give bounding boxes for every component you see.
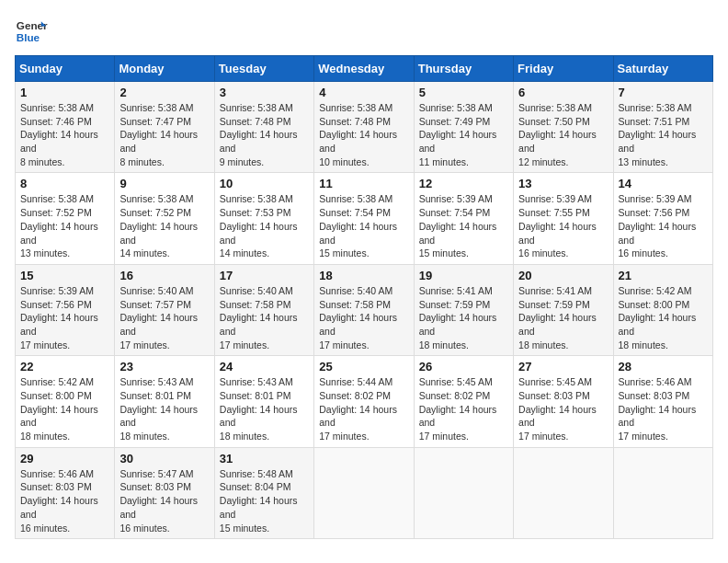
calendar-header-row: SundayMondayTuesdayWednesdayThursdayFrid… bbox=[16, 56, 713, 82]
day-number: 21 bbox=[619, 269, 708, 282]
day-number: 20 bbox=[518, 269, 608, 282]
day-number: 29 bbox=[20, 452, 109, 465]
logo-icon: General Blue bbox=[15, 15, 48, 48]
day-info: Sunrise: 5:38 AMSunset: 7:48 PMDaylight:… bbox=[319, 101, 408, 168]
calendar-cell: 14Sunrise: 5:39 AMSunset: 7:56 PMDayligh… bbox=[613, 173, 712, 264]
calendar-cell: 15Sunrise: 5:39 AMSunset: 7:56 PMDayligh… bbox=[16, 264, 115, 355]
calendar-cell: 11Sunrise: 5:38 AMSunset: 7:54 PMDayligh… bbox=[314, 173, 414, 264]
weekday-header: Saturday bbox=[613, 56, 712, 82]
day-info: Sunrise: 5:46 AMSunset: 8:03 PMDaylight:… bbox=[619, 375, 708, 442]
calendar-cell bbox=[613, 447, 712, 538]
day-number: 8 bbox=[20, 177, 109, 190]
calendar-cell: 23Sunrise: 5:43 AMSunset: 8:01 PMDayligh… bbox=[115, 356, 214, 447]
calendar-cell bbox=[414, 447, 513, 538]
day-number: 14 bbox=[619, 177, 708, 190]
day-info: Sunrise: 5:45 AMSunset: 8:02 PMDaylight:… bbox=[419, 375, 508, 442]
day-info: Sunrise: 5:38 AMSunset: 7:51 PMDaylight:… bbox=[619, 101, 708, 168]
day-number: 4 bbox=[319, 86, 408, 99]
day-number: 17 bbox=[220, 269, 309, 282]
day-info: Sunrise: 5:43 AMSunset: 8:01 PMDaylight:… bbox=[119, 375, 209, 442]
day-info: Sunrise: 5:38 AMSunset: 7:53 PMDaylight:… bbox=[220, 192, 309, 259]
day-number: 1 bbox=[20, 86, 109, 99]
calendar-cell: 4Sunrise: 5:38 AMSunset: 7:48 PMDaylight… bbox=[314, 82, 414, 173]
day-number: 3 bbox=[220, 86, 309, 99]
day-number: 19 bbox=[419, 269, 508, 282]
calendar-cell: 27Sunrise: 5:45 AMSunset: 8:03 PMDayligh… bbox=[514, 356, 613, 447]
weekday-header: Sunday bbox=[16, 56, 115, 82]
calendar-cell: 24Sunrise: 5:43 AMSunset: 8:01 PMDayligh… bbox=[214, 356, 313, 447]
day-info: Sunrise: 5:38 AMSunset: 7:49 PMDaylight:… bbox=[419, 101, 508, 168]
calendar-cell: 18Sunrise: 5:40 AMSunset: 7:58 PMDayligh… bbox=[314, 264, 414, 355]
day-number: 10 bbox=[220, 177, 309, 190]
calendar-week-row: 1Sunrise: 5:38 AMSunset: 7:46 PMDaylight… bbox=[16, 82, 713, 173]
day-info: Sunrise: 5:38 AMSunset: 7:50 PMDaylight:… bbox=[518, 101, 608, 168]
calendar-cell: 10Sunrise: 5:38 AMSunset: 7:53 PMDayligh… bbox=[214, 173, 313, 264]
calendar-cell: 29Sunrise: 5:46 AMSunset: 8:03 PMDayligh… bbox=[16, 447, 115, 538]
calendar-cell bbox=[514, 447, 613, 538]
weekday-header: Wednesday bbox=[314, 56, 414, 82]
calendar-cell bbox=[314, 447, 414, 538]
calendar-week-row: 29Sunrise: 5:46 AMSunset: 8:03 PMDayligh… bbox=[16, 447, 713, 538]
day-info: Sunrise: 5:38 AMSunset: 7:48 PMDaylight:… bbox=[220, 101, 309, 168]
day-info: Sunrise: 5:44 AMSunset: 8:02 PMDaylight:… bbox=[319, 375, 408, 442]
day-info: Sunrise: 5:39 AMSunset: 7:56 PMDaylight:… bbox=[619, 192, 708, 259]
day-number: 28 bbox=[619, 360, 708, 373]
day-number: 6 bbox=[518, 86, 608, 99]
calendar-cell: 9Sunrise: 5:38 AMSunset: 7:52 PMDaylight… bbox=[115, 173, 214, 264]
calendar-cell: 13Sunrise: 5:39 AMSunset: 7:55 PMDayligh… bbox=[514, 173, 613, 264]
day-number: 24 bbox=[220, 360, 309, 373]
day-number: 26 bbox=[419, 360, 508, 373]
svg-text:Blue: Blue bbox=[17, 31, 40, 43]
calendar-cell: 31Sunrise: 5:48 AMSunset: 8:04 PMDayligh… bbox=[214, 447, 313, 538]
day-info: Sunrise: 5:41 AMSunset: 7:59 PMDaylight:… bbox=[419, 284, 508, 351]
day-info: Sunrise: 5:42 AMSunset: 8:00 PMDaylight:… bbox=[619, 284, 708, 351]
calendar-cell: 19Sunrise: 5:41 AMSunset: 7:59 PMDayligh… bbox=[414, 264, 513, 355]
day-info: Sunrise: 5:45 AMSunset: 8:03 PMDaylight:… bbox=[518, 375, 608, 442]
day-number: 2 bbox=[119, 86, 209, 99]
day-info: Sunrise: 5:42 AMSunset: 8:00 PMDaylight:… bbox=[20, 375, 109, 442]
day-info: Sunrise: 5:46 AMSunset: 8:03 PMDaylight:… bbox=[20, 467, 109, 534]
logo: General Blue bbox=[15, 15, 51, 48]
weekday-header: Monday bbox=[115, 56, 214, 82]
day-number: 30 bbox=[119, 452, 209, 465]
day-number: 11 bbox=[319, 177, 408, 190]
day-info: Sunrise: 5:40 AMSunset: 7:57 PMDaylight:… bbox=[119, 284, 209, 351]
day-number: 9 bbox=[119, 177, 209, 190]
day-number: 25 bbox=[319, 360, 408, 373]
weekday-header: Tuesday bbox=[214, 56, 313, 82]
day-number: 18 bbox=[319, 269, 408, 282]
weekday-header: Thursday bbox=[414, 56, 513, 82]
calendar-cell: 16Sunrise: 5:40 AMSunset: 7:57 PMDayligh… bbox=[115, 264, 214, 355]
calendar-cell: 7Sunrise: 5:38 AMSunset: 7:51 PMDaylight… bbox=[613, 82, 712, 173]
day-info: Sunrise: 5:48 AMSunset: 8:04 PMDaylight:… bbox=[220, 467, 309, 534]
calendar-cell: 3Sunrise: 5:38 AMSunset: 7:48 PMDaylight… bbox=[214, 82, 313, 173]
day-info: Sunrise: 5:38 AMSunset: 7:52 PMDaylight:… bbox=[20, 192, 109, 259]
day-number: 15 bbox=[20, 269, 109, 282]
day-info: Sunrise: 5:43 AMSunset: 8:01 PMDaylight:… bbox=[220, 375, 309, 442]
calendar-cell: 25Sunrise: 5:44 AMSunset: 8:02 PMDayligh… bbox=[314, 356, 414, 447]
day-info: Sunrise: 5:39 AMSunset: 7:55 PMDaylight:… bbox=[518, 192, 608, 259]
day-number: 23 bbox=[119, 360, 209, 373]
day-info: Sunrise: 5:41 AMSunset: 7:59 PMDaylight:… bbox=[518, 284, 608, 351]
calendar-cell: 2Sunrise: 5:38 AMSunset: 7:47 PMDaylight… bbox=[115, 82, 214, 173]
calendar-cell: 22Sunrise: 5:42 AMSunset: 8:00 PMDayligh… bbox=[16, 356, 115, 447]
day-number: 13 bbox=[518, 177, 608, 190]
day-info: Sunrise: 5:38 AMSunset: 7:52 PMDaylight:… bbox=[119, 192, 209, 259]
day-info: Sunrise: 5:38 AMSunset: 7:54 PMDaylight:… bbox=[319, 192, 408, 259]
calendar-cell: 6Sunrise: 5:38 AMSunset: 7:50 PMDaylight… bbox=[514, 82, 613, 173]
calendar-cell: 17Sunrise: 5:40 AMSunset: 7:58 PMDayligh… bbox=[214, 264, 313, 355]
day-info: Sunrise: 5:39 AMSunset: 7:54 PMDaylight:… bbox=[419, 192, 508, 259]
calendar-cell: 20Sunrise: 5:41 AMSunset: 7:59 PMDayligh… bbox=[514, 264, 613, 355]
day-number: 5 bbox=[419, 86, 508, 99]
day-number: 12 bbox=[419, 177, 508, 190]
day-info: Sunrise: 5:38 AMSunset: 7:47 PMDaylight:… bbox=[119, 101, 209, 168]
calendar-cell: 1Sunrise: 5:38 AMSunset: 7:46 PMDaylight… bbox=[16, 82, 115, 173]
calendar-week-row: 15Sunrise: 5:39 AMSunset: 7:56 PMDayligh… bbox=[16, 264, 713, 355]
day-info: Sunrise: 5:39 AMSunset: 7:56 PMDaylight:… bbox=[20, 284, 109, 351]
calendar-cell: 8Sunrise: 5:38 AMSunset: 7:52 PMDaylight… bbox=[16, 173, 115, 264]
calendar-cell: 21Sunrise: 5:42 AMSunset: 8:00 PMDayligh… bbox=[613, 264, 712, 355]
calendar-cell: 28Sunrise: 5:46 AMSunset: 8:03 PMDayligh… bbox=[613, 356, 712, 447]
day-info: Sunrise: 5:40 AMSunset: 7:58 PMDaylight:… bbox=[319, 284, 408, 351]
calendar-week-row: 8Sunrise: 5:38 AMSunset: 7:52 PMDaylight… bbox=[16, 173, 713, 264]
day-number: 31 bbox=[220, 452, 309, 465]
